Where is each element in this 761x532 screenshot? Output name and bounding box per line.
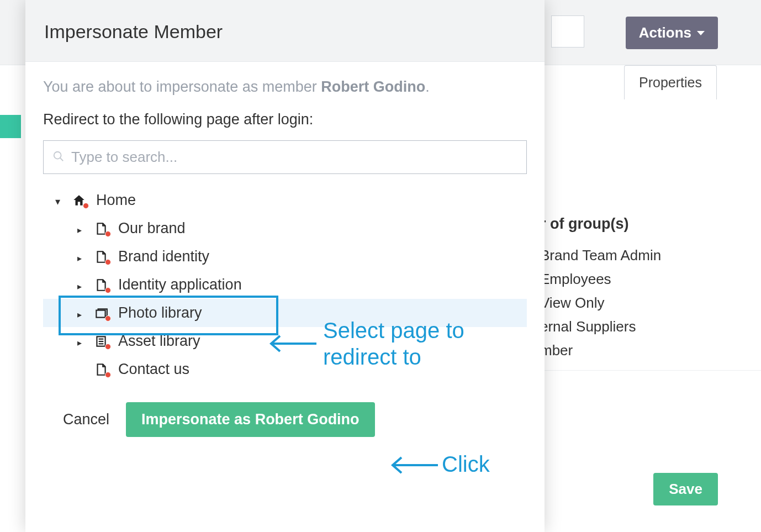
restricted-badge-icon	[105, 287, 111, 293]
group-list: Brand Team Admin Employees View Only ern…	[540, 244, 761, 371]
save-button-label: Save	[669, 481, 702, 497]
group-item: Employees	[540, 267, 761, 291]
toggle-icon[interactable]	[75, 333, 84, 350]
tree-node-label: Contact us	[118, 361, 189, 378]
impersonate-button[interactable]: Impersonate as Robert Godino	[126, 402, 375, 437]
toggle-icon[interactable]	[75, 248, 84, 265]
asset-library-icon	[93, 334, 109, 349]
cancel-button[interactable]: Cancel	[63, 411, 109, 428]
home-icon	[71, 193, 87, 208]
page-icon	[93, 222, 109, 236]
intro-prefix: You are about to impersonate as member	[43, 78, 321, 95]
groups-title: r of group(s)	[540, 215, 761, 233]
search-input[interactable]	[71, 149, 517, 166]
page-icon	[93, 278, 109, 292]
tree-node-brand-identity[interactable]: Brand identity	[43, 243, 527, 271]
restricted-badge-icon	[105, 315, 111, 322]
page-icon	[93, 250, 109, 264]
modal-footer: Cancel Impersonate as Robert Godino	[43, 391, 527, 437]
page-icon	[93, 362, 109, 377]
modal-title: Impersonate Member	[44, 21, 526, 43]
tree-node-label: Identity application	[118, 276, 242, 293]
tree-node-label: Photo library	[118, 304, 202, 322]
svg-point-0	[54, 151, 61, 159]
intro-suffix: .	[425, 78, 430, 95]
toggle-icon[interactable]	[75, 304, 84, 322]
group-item: ernal Suppliers	[540, 315, 761, 339]
arrow-left-icon	[268, 333, 318, 355]
toggle-icon[interactable]	[75, 220, 84, 237]
restricted-badge-icon	[105, 372, 111, 378]
tree-node-label: Home	[96, 192, 136, 209]
svg-line-1	[60, 157, 64, 161]
actions-button-label: Actions	[639, 24, 691, 41]
redirect-label: Redirect to the following page after log…	[43, 111, 527, 128]
annotation-select-page: Select page to redirect to	[323, 317, 533, 370]
search-box[interactable]	[43, 140, 527, 174]
member-name: Robert Godino	[321, 78, 425, 95]
search-icon	[52, 150, 65, 165]
chevron-down-icon	[697, 31, 705, 35]
group-item: Brand Team Admin	[540, 244, 761, 267]
tree-node-our-brand[interactable]: Our brand	[43, 214, 527, 243]
modal-header: Impersonate Member	[25, 0, 545, 62]
toggle-icon[interactable]	[75, 276, 84, 293]
tree-node-label: Our brand	[118, 220, 186, 237]
tree-node-home[interactable]: Home	[43, 186, 527, 214]
group-item: View Only	[540, 291, 761, 315]
tree-node-identity-application[interactable]: Identity application	[43, 271, 527, 299]
restricted-badge-icon	[105, 259, 111, 265]
tab-properties-label: Properties	[639, 75, 702, 90]
save-button[interactable]: Save	[653, 473, 718, 505]
tree-node-label: Asset library	[118, 333, 200, 350]
arrow-left-icon	[389, 454, 439, 476]
tab-properties[interactable]: Properties	[624, 65, 717, 99]
groups-panel: r of group(s) Brand Team Admin Employees…	[540, 215, 761, 371]
restricted-badge-icon	[83, 203, 89, 209]
header-input-fragment	[551, 15, 584, 48]
actions-button[interactable]: Actions	[626, 17, 718, 49]
svg-rect-2	[96, 310, 105, 317]
group-item: mber	[540, 339, 761, 362]
annotation-click: Click	[442, 451, 490, 477]
tree-node-label: Brand identity	[118, 248, 209, 265]
toggle-icon[interactable]	[53, 192, 62, 209]
library-icon	[93, 306, 109, 320]
sidebar-accent	[0, 115, 21, 138]
intro-text: You are about to impersonate as member R…	[43, 78, 527, 96]
restricted-badge-icon	[105, 344, 111, 350]
restricted-badge-icon	[105, 231, 111, 237]
